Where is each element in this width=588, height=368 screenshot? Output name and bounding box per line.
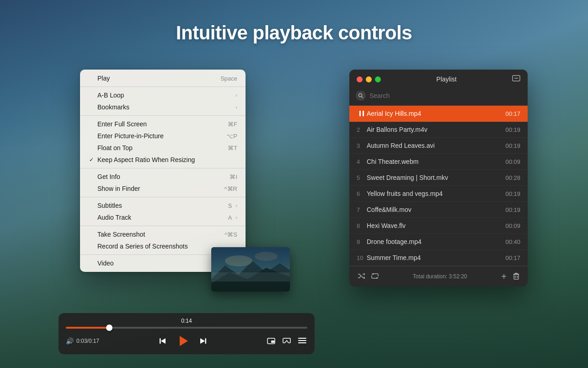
- svg-marker-8: [180, 336, 188, 346]
- controls-right: [266, 336, 307, 346]
- item-number: 10: [357, 254, 367, 261]
- separator-1: [80, 87, 246, 87]
- menu-item-audio-track[interactable]: Audio Track A ›: [80, 211, 246, 223]
- menu-item-finder[interactable]: Show in Finder ^⌘R: [80, 183, 246, 195]
- play-button[interactable]: [175, 333, 191, 349]
- pip-button[interactable]: [266, 337, 276, 345]
- thumbnail-popup: [211, 247, 290, 292]
- item-duration: 00:40: [505, 238, 520, 245]
- menu-item-screenshot[interactable]: Take Screenshot ^⌘S: [80, 228, 246, 240]
- close-button[interactable]: [357, 76, 363, 82]
- playlist-window: Playlist: [349, 70, 528, 287]
- item-name: Drone footage.mp4: [367, 238, 500, 245]
- playlist-items: Aerial Icy Hills.mp4 00:17 2 Air Ballons…: [349, 106, 528, 266]
- footer-right-buttons: +: [500, 271, 520, 282]
- minimize-button[interactable]: [366, 76, 372, 82]
- search-input[interactable]: [369, 92, 521, 99]
- svg-rect-5: [211, 272, 290, 281]
- separator-2: [80, 115, 246, 116]
- svg-point-18: [359, 94, 362, 97]
- delete-button[interactable]: [512, 271, 520, 282]
- playlist-item[interactable]: Aerial Icy Hills.mp4 00:17: [349, 106, 528, 122]
- menu-item-pip[interactable]: Enter Picture-in-Picture ⌥P: [80, 130, 246, 142]
- add-button[interactable]: +: [500, 271, 508, 282]
- controls-center: [158, 333, 208, 349]
- playlist-item[interactable]: 10 Summer Time.mp4 00:17: [349, 250, 528, 266]
- traffic-lights: [357, 76, 381, 82]
- playlist-mode-icon[interactable]: [512, 75, 520, 83]
- playlist-item[interactable]: 2 Air Ballons Party.m4v 00:19: [349, 122, 528, 138]
- menu-item-subtitles[interactable]: Subtitles S ›: [80, 200, 246, 211]
- menu-item-bookmarks[interactable]: Bookmarks ›: [80, 101, 246, 113]
- playlist-titlebar: Playlist: [349, 70, 528, 88]
- search-bar: [349, 88, 528, 106]
- item-name: Aerial Icy Hills.mp4: [367, 110, 500, 117]
- svg-rect-21: [363, 111, 364, 116]
- svg-rect-9: [205, 338, 206, 344]
- item-duration: 00:19: [505, 190, 520, 197]
- svg-point-4: [255, 252, 278, 261]
- menu-item-ab-loop[interactable]: A-B Loop ›: [80, 89, 246, 101]
- item-number: 5: [357, 174, 367, 181]
- item-number: 7: [357, 206, 367, 213]
- item-number: 8: [357, 222, 367, 229]
- playlist-item[interactable]: 4 Chi Theater.webm 00:09: [349, 154, 528, 170]
- item-name: Sweet Dreaming | Short.mkv: [367, 174, 500, 181]
- maximize-button[interactable]: [375, 76, 381, 82]
- chevron-ab: ›: [235, 92, 237, 98]
- chevron-bookmarks: ›: [235, 104, 237, 110]
- svg-rect-15: [298, 342, 306, 343]
- menu-item-fullscreen[interactable]: Enter Full Screen ⌘F: [80, 118, 246, 130]
- shortcut-subtitles: S: [228, 202, 232, 209]
- playlist-item[interactable]: 5 Sweet Dreaming | Short.mkv 00:28: [349, 170, 528, 186]
- item-number: 9: [357, 238, 367, 245]
- menu-item-info[interactable]: Get Info ⌘I: [80, 171, 246, 183]
- menu-item-float[interactable]: Float on Top ⌘T: [80, 142, 246, 154]
- playlist-footer: Total duration: 3:52:20 +: [349, 266, 528, 287]
- playlist-toggle-button[interactable]: [297, 337, 307, 345]
- svg-line-19: [362, 97, 363, 98]
- progress-thumb[interactable]: [106, 325, 112, 331]
- item-duration: 00:09: [505, 222, 520, 229]
- item-number: 6: [357, 190, 367, 197]
- item-number: 2: [357, 126, 367, 133]
- shortcut-float: ⌘T: [228, 145, 237, 152]
- svg-rect-20: [359, 111, 361, 116]
- playlist-item[interactable]: 9 Drone footage.mp4 00:40: [349, 234, 528, 250]
- svg-rect-13: [298, 338, 306, 339]
- item-number: [357, 111, 367, 116]
- footer-left-buttons: [357, 272, 380, 281]
- menu-item-play[interactable]: Play Space: [80, 72, 246, 84]
- playlist-item[interactable]: 7 Coffe&Milk.mov 00:19: [349, 202, 528, 218]
- playlist-item[interactable]: 6 Yellow fruits and vegs.mp4 00:19: [349, 186, 528, 202]
- volume-icon: 🔊: [66, 337, 74, 345]
- item-name: Chi Theater.webm: [367, 158, 500, 165]
- page-title: Intuitive playback controls: [0, 22, 588, 44]
- search-icon: [356, 91, 366, 101]
- shortcut-pip: ⌥P: [226, 133, 237, 140]
- playlist-item[interactable]: 8 Hexi Wave.flv 00:09: [349, 218, 528, 234]
- svg-rect-0: [211, 247, 290, 292]
- svg-marker-7: [161, 338, 166, 344]
- shortcut-audio: A: [228, 214, 232, 221]
- item-duration: 00:17: [505, 110, 520, 117]
- prev-button[interactable]: [158, 336, 168, 346]
- item-number: 3: [357, 142, 367, 149]
- playlist-item[interactable]: 3 Autumn Red Leaves.avi 00:19: [349, 138, 528, 154]
- total-duration-label: Total duration: 3:52:20: [380, 273, 500, 280]
- airplay-button[interactable]: [282, 336, 292, 346]
- progress-filled: [66, 327, 109, 329]
- menu-item-aspect[interactable]: ✓ Keep Aspect Ratio When Resizing: [80, 154, 246, 166]
- svg-marker-2: [211, 268, 290, 292]
- player-controls: 0:14 🔊 0:03/0:17: [59, 313, 315, 354]
- separator-3: [80, 168, 246, 168]
- repeat-button[interactable]: [370, 272, 380, 281]
- svg-rect-22: [514, 274, 519, 279]
- item-duration: 00:28: [505, 174, 520, 181]
- item-duration: 00:19: [505, 206, 520, 213]
- item-duration: 00:17: [505, 254, 520, 261]
- svg-rect-6: [160, 338, 161, 344]
- progress-bar[interactable]: [66, 327, 307, 329]
- shuffle-button[interactable]: [357, 272, 366, 281]
- next-button[interactable]: [198, 336, 208, 346]
